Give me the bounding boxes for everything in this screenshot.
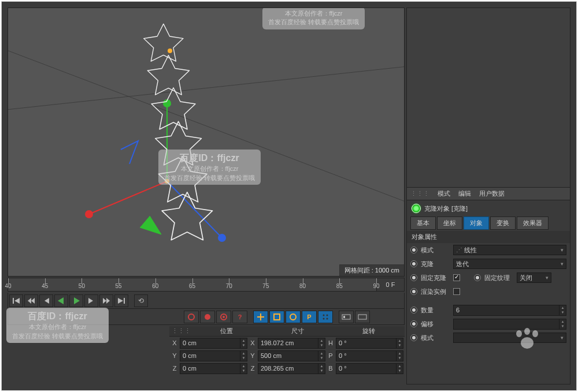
label-offset: 偏移 — [421, 320, 450, 328]
anim-dot[interactable] — [410, 274, 417, 281]
spinner[interactable]: ▲▼ — [396, 338, 403, 348]
menu-userdata[interactable]: 用户数据 — [479, 189, 505, 198]
tick-label: 60 — [152, 283, 158, 289]
field-size-y[interactable]: 500 cm▲▼ — [258, 350, 325, 361]
next-frame-button[interactable] — [84, 294, 98, 307]
tick-label: 70 — [226, 283, 232, 289]
help-button[interactable]: ? — [232, 311, 247, 323]
prev-key-button[interactable] — [24, 294, 38, 307]
spinner[interactable]: ▲▼ — [318, 338, 325, 348]
goto-start-button[interactable] — [9, 294, 23, 307]
field-size-x[interactable]: 198.072 cm▲▼ — [258, 338, 325, 349]
move-tool-button[interactable] — [253, 311, 268, 323]
wm-id: 百度ID：ffjczr — [164, 152, 255, 165]
spinner[interactable]: ▲▼ — [396, 364, 403, 374]
timeline-ruler[interactable]: 4045505560657075808590 0 F — [8, 278, 405, 292]
loop-button[interactable]: ⟲ — [134, 294, 148, 307]
object-manager[interactable] — [406, 8, 570, 188]
svg-line-1 — [8, 66, 405, 112]
param-tool-button[interactable]: P — [302, 311, 317, 323]
dropdown-clone[interactable]: 迭代 — [453, 259, 566, 269]
field-pos-z[interactable]: 0 cm▲▼ — [180, 363, 247, 374]
record-key-button[interactable] — [184, 311, 199, 323]
axis-label: H — [327, 339, 335, 346]
tab-object[interactable]: 对象 — [464, 216, 489, 230]
grip-icon: ⋮⋮⋮ — [410, 190, 429, 197]
spinner[interactable]: ▲▼ — [318, 364, 325, 374]
svg-marker-19 — [103, 298, 106, 304]
svg-marker-20 — [106, 298, 110, 304]
svg-point-32 — [327, 318, 328, 319]
rotate-tool-button[interactable] — [286, 311, 301, 323]
svg-marker-14 — [31, 298, 35, 304]
menu-edit[interactable]: 编辑 — [458, 189, 471, 198]
anim-dot[interactable] — [410, 247, 417, 253]
label-fixclone: 固定克隆 — [421, 274, 450, 282]
wm-line: 首发百度经验 转载要点赞投票哦 — [268, 18, 359, 25]
menu-mode[interactable]: 模式 — [438, 189, 450, 198]
anim-dot[interactable] — [410, 334, 417, 341]
svg-marker-13 — [28, 298, 31, 304]
tab-basic[interactable]: 基本 — [410, 216, 436, 230]
anim-dot[interactable] — [410, 288, 417, 295]
axis-label: B — [327, 365, 335, 372]
anim-dot[interactable] — [410, 307, 417, 313]
dropdown-pmode[interactable] — [453, 333, 566, 343]
spinner[interactable]: ▲▼ — [240, 351, 247, 361]
spinner[interactable]: ▲▼ — [396, 351, 403, 361]
dropdown-fixtex[interactable]: 关闭 — [517, 272, 551, 283]
checkbox-fixclone[interactable] — [453, 274, 460, 281]
spinner[interactable]: ▲▼ — [240, 364, 247, 374]
axis-label: Y — [171, 352, 179, 359]
pointlevel-button[interactable] — [318, 311, 333, 323]
tab-coord[interactable]: 坐标 — [437, 216, 462, 230]
svg-rect-35 — [358, 315, 366, 319]
scale-tool-button[interactable] — [269, 311, 284, 323]
spinner[interactable]: ▲▼ — [240, 338, 247, 348]
next-key-button[interactable] — [99, 294, 113, 307]
value-clone: 迭代 — [456, 260, 469, 268]
col-position: 位置 — [191, 327, 262, 335]
field-count[interactable]: 6▲▼ — [453, 305, 566, 316]
axis-label: X — [249, 339, 257, 346]
play-back-button[interactable] — [54, 294, 68, 307]
anim-dot[interactable] — [474, 274, 481, 281]
field-rot-b[interactable]: 0 °▲▼ — [336, 363, 403, 374]
spinner[interactable]: ▲▼ — [318, 351, 325, 361]
dropdown-mode[interactable]: ⋰ 线性 — [453, 245, 566, 255]
tick-label: 50 — [79, 283, 85, 289]
goto-end-button[interactable] — [114, 294, 128, 307]
prev-frame-button[interactable] — [39, 294, 53, 307]
svg-point-30 — [327, 314, 328, 316]
field-rot-h[interactable]: 0 °▲▼ — [336, 338, 403, 349]
render-button[interactable] — [339, 311, 354, 323]
anim-dot[interactable] — [410, 260, 417, 267]
tab-transform[interactable]: 变换 — [490, 216, 516, 230]
svg-marker-15 — [45, 298, 49, 304]
field-pos-y[interactable]: 0 cm▲▼ — [180, 350, 247, 361]
wm-line: 本文原创作者：ffjczr — [285, 10, 343, 17]
spinner[interactable]: ▲▼ — [559, 319, 566, 329]
tick-label: 40 — [5, 283, 11, 289]
svg-point-26 — [223, 316, 225, 318]
grid-spacing-label: 网格间距 : 1000 cm — [339, 264, 404, 276]
axis-label: Y — [249, 352, 257, 359]
field-pos-x[interactable]: 0 cm▲▼ — [180, 338, 247, 349]
tab-effector[interactable]: 效果器 — [517, 216, 549, 230]
viewport-3d[interactable]: 本文原创作者：ffjczr 首发百度经验 转载要点赞投票哦 百度ID：ffjcz… — [8, 8, 405, 277]
section-object-props: 对象属性 — [407, 231, 570, 243]
field-rot-p[interactable]: 0 °▲▼ — [336, 350, 403, 361]
spinner[interactable]: ▲▼ — [559, 305, 566, 315]
col-rotation: 旋转 — [334, 327, 405, 335]
play-forward-button[interactable] — [69, 294, 83, 307]
label-pmode: 模式 — [421, 334, 450, 342]
render-settings-button[interactable] — [355, 311, 370, 323]
field-offset[interactable]: ▲▼ — [453, 319, 566, 330]
keyframe-sel-button[interactable] — [216, 311, 231, 323]
autokey-button[interactable] — [200, 311, 215, 323]
field-size-z[interactable]: 208.265 cm▲▼ — [258, 363, 325, 374]
svg-point-3 — [85, 210, 93, 218]
wm-line: 首发百度经验 转载要点赞投票哦 — [12, 333, 103, 339]
checkbox-render[interactable] — [453, 288, 460, 295]
anim-dot[interactable] — [410, 320, 417, 327]
